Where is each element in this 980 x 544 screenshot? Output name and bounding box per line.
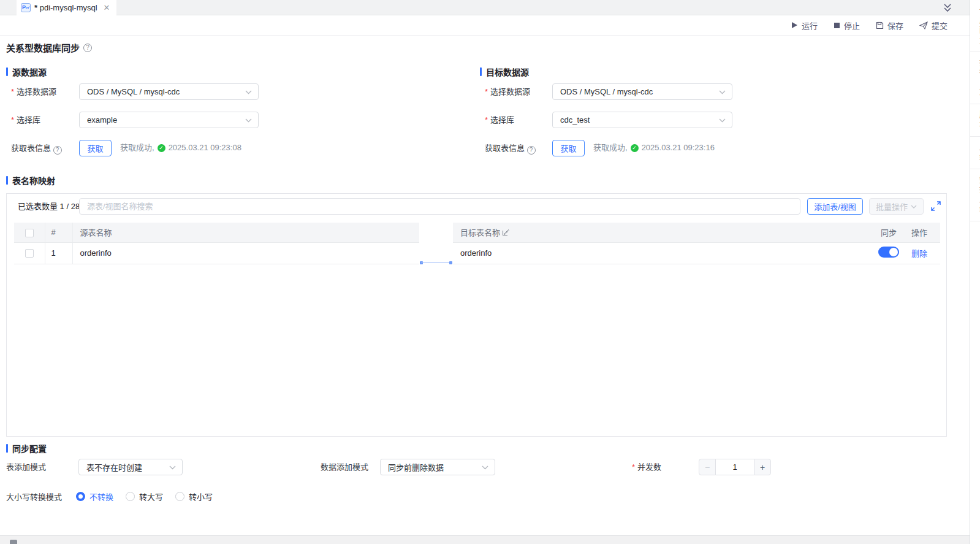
tab-bar: P * pdi-mysql-mysql ✕ xyxy=(0,0,970,15)
tab-title: * pdi-mysql-mysql xyxy=(34,3,97,12)
concurrency-value[interactable]: 1 xyxy=(716,459,754,475)
table-add-mode-select[interactable]: 表不存在时创建 xyxy=(78,459,183,475)
help-icon[interactable]: ? xyxy=(83,44,92,52)
target-database-label: *选择库 xyxy=(485,112,514,128)
source-database-label: *选择库 xyxy=(11,112,40,128)
stop-icon xyxy=(834,22,840,29)
target-table-name: orderinfo xyxy=(453,242,871,264)
success-check-icon: ✓ xyxy=(158,144,165,152)
section-accent-bar xyxy=(6,67,8,76)
side-tab-schedule-config[interactable]: 调度配置 xyxy=(970,0,980,52)
console-panel-icon[interactable] xyxy=(10,540,17,544)
chevron-down-icon xyxy=(245,87,252,96)
send-icon xyxy=(919,21,928,29)
play-icon xyxy=(791,21,798,29)
chevron-down-icon xyxy=(245,115,252,125)
target-datasource-select[interactable]: ODS / MySQL / mysql-cdc xyxy=(552,83,732,100)
app-root: P * pdi-mysql-mysql ✕ 运行 停止 保存 提交 关系型数据库… xyxy=(0,0,980,544)
data-add-mode-select[interactable]: 同步前删除数据 xyxy=(380,459,495,475)
chevron-down-icon xyxy=(482,462,488,472)
chevron-down-icon xyxy=(169,462,176,472)
table-search-input[interactable] xyxy=(79,198,800,215)
run-button[interactable]: 运行 xyxy=(791,20,818,31)
source-section-header: 源数据源 xyxy=(6,66,47,78)
section-accent-bar xyxy=(6,176,8,185)
source-table-header-row: # 源表名称 xyxy=(14,223,419,242)
save-icon xyxy=(876,21,884,29)
selected-count: 已选表数量 1 / 28 xyxy=(18,198,80,215)
section-accent-bar xyxy=(6,444,8,453)
close-icon[interactable]: ✕ xyxy=(104,3,110,12)
submit-button[interactable]: 提交 xyxy=(919,20,948,31)
target-fetch-label: 获取表信息 ? xyxy=(485,140,536,156)
row-mapping-connector xyxy=(420,261,452,265)
help-icon[interactable]: ? xyxy=(527,146,536,155)
side-tab-version[interactable]: 版本 xyxy=(970,104,980,137)
source-datasource-select[interactable]: ODS / MySQL / mysql-cdc xyxy=(79,83,259,100)
radio-to-upper[interactable]: 转大写 xyxy=(126,491,163,502)
action-column-header: 操作 xyxy=(906,223,940,242)
right-side-tab-strip: 调度配置 执行日志 版本 血缘 数据血缘 xyxy=(970,0,980,544)
mapping-section-header: 表名称映射 xyxy=(6,174,55,186)
sync-config-section-header: 同步配置 xyxy=(6,442,47,454)
target-table: 目标表名称 同步 操作 orderinfo 删除 xyxy=(453,223,940,264)
case-mode-label: 大小写转换模式 xyxy=(6,491,62,502)
source-fetch-label: 获取表信息 ? xyxy=(11,140,62,156)
concurrency-label: *并发数 xyxy=(632,459,661,475)
chevron-down-icon xyxy=(719,87,726,96)
concurrency-stepper: − 1 + xyxy=(699,459,771,475)
row-index: 1 xyxy=(45,242,72,264)
select-all-checkbox[interactable] xyxy=(25,229,34,237)
save-button[interactable]: 保存 xyxy=(876,20,903,31)
delete-row-link[interactable]: 删除 xyxy=(911,249,927,258)
action-toolbar: 运行 停止 保存 提交 xyxy=(0,15,970,36)
source-database-select[interactable]: example xyxy=(79,112,259,128)
tab-pdi-mysql-mysql[interactable]: P * pdi-mysql-mysql ✕ xyxy=(17,0,116,15)
stepper-plus-button[interactable]: + xyxy=(754,459,771,475)
radio-icon xyxy=(175,492,184,501)
table-add-mode-label: 表添加模式 xyxy=(6,459,46,475)
batch-operation-button[interactable]: 批量操作 xyxy=(869,198,924,215)
target-section-header: 目标数据源 xyxy=(480,66,529,78)
source-fetch-status: 获取成功, ✓ 2025.03.21 09:23:08 xyxy=(120,140,241,156)
data-add-mode-label: 数据添加模式 xyxy=(321,459,368,475)
side-tab-run-log[interactable]: 执行日志 xyxy=(970,52,980,104)
index-column-header: # xyxy=(45,223,72,242)
target-fetch-status: 获取成功, ✓ 2025.03.21 09:23:16 xyxy=(593,140,715,156)
double-chevron-down-icon[interactable] xyxy=(942,2,953,13)
side-tab-lineage[interactable]: 血缘 xyxy=(970,137,980,169)
target-table-row: orderinfo 删除 xyxy=(453,242,940,264)
chevron-down-icon xyxy=(719,115,726,125)
chevron-down-icon xyxy=(911,205,917,209)
sync-column-header: 同步 xyxy=(871,223,906,242)
source-fetch-button[interactable]: 获取 xyxy=(79,140,112,156)
source-table-name: orderinfo xyxy=(72,242,419,264)
success-check-icon: ✓ xyxy=(631,144,639,152)
target-database-select[interactable]: cdc_test xyxy=(552,112,732,128)
source-datasource-label: *选择数据源 xyxy=(11,83,56,100)
help-icon[interactable]: ? xyxy=(53,146,62,155)
bottom-status-bar xyxy=(0,535,970,544)
section-accent-bar xyxy=(480,67,482,76)
side-tab-data-lineage[interactable]: 数据血缘 xyxy=(970,169,980,221)
target-datasource-label: *选择数据源 xyxy=(485,83,530,100)
sync-toggle[interactable] xyxy=(878,247,899,258)
node-type-icon: P xyxy=(21,3,31,12)
source-table: # 源表名称 1 orderinfo xyxy=(14,223,419,264)
edit-icon[interactable] xyxy=(502,229,509,238)
add-table-view-button[interactable]: 添加表/视图 xyxy=(807,198,863,215)
stop-button[interactable]: 停止 xyxy=(834,20,860,31)
radio-icon xyxy=(126,492,135,501)
modified-indicator: * xyxy=(34,3,37,12)
fullscreen-expand-icon[interactable] xyxy=(930,200,942,212)
row-checkbox[interactable] xyxy=(25,249,34,258)
mapping-panel: 已选表数量 1 / 28 添加表/视图 批量操作 # 源表名称 1 orderi… xyxy=(6,193,947,437)
source-name-column-header: 源表名称 xyxy=(72,223,419,242)
target-fetch-button[interactable]: 获取 xyxy=(552,140,585,156)
radio-no-convert[interactable]: 不转换 xyxy=(76,491,113,502)
target-name-column-header: 目标表名称 xyxy=(453,223,871,242)
case-mode-group: 大小写转换模式 不转换 转大写 转小写 xyxy=(6,491,225,502)
stepper-minus-button[interactable]: − xyxy=(699,459,716,475)
page-title: 关系型数据库同步 ? xyxy=(6,41,92,54)
radio-to-lower[interactable]: 转小写 xyxy=(175,491,213,502)
